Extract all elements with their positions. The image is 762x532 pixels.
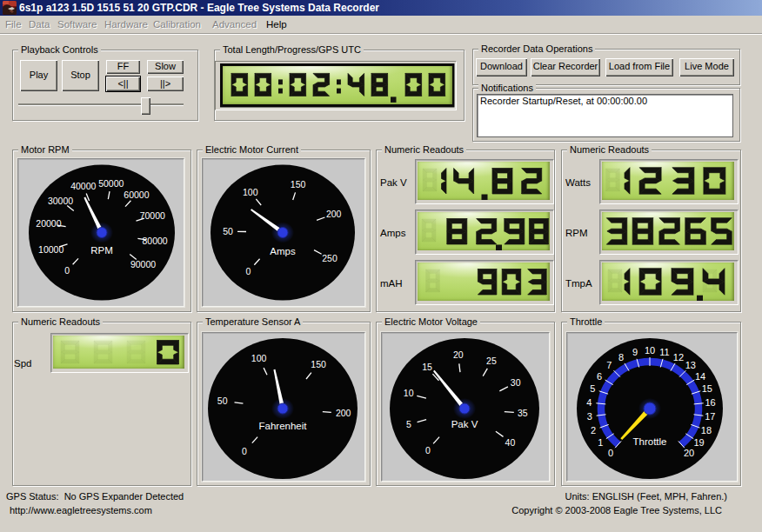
svg-text:5: 5 <box>590 383 595 394</box>
svg-text:200: 200 <box>326 209 342 219</box>
svg-text:100: 100 <box>243 187 258 197</box>
svg-text:11: 11 <box>659 347 669 357</box>
svg-text:7: 7 <box>606 360 612 370</box>
svg-text:10: 10 <box>404 388 414 398</box>
svg-text:0: 0 <box>425 445 431 456</box>
svg-text:50: 50 <box>217 396 228 406</box>
svg-text:16: 16 <box>705 397 715 408</box>
svg-text:1: 1 <box>598 437 603 448</box>
svg-text:19: 19 <box>693 437 704 448</box>
svg-text:150: 150 <box>291 179 306 190</box>
svg-text:60000: 60000 <box>124 190 149 200</box>
svg-text:25: 25 <box>486 356 497 366</box>
svg-text:RPM: RPM <box>90 245 113 256</box>
svg-text:5: 5 <box>406 419 411 429</box>
svg-text:Amps: Amps <box>270 246 296 256</box>
svg-text:9: 9 <box>632 347 638 357</box>
svg-text:14: 14 <box>695 371 705 382</box>
svg-text:10: 10 <box>645 345 655 356</box>
svg-text:13: 13 <box>685 360 696 370</box>
svg-text:12: 12 <box>673 352 684 362</box>
svg-text:4: 4 <box>586 397 592 408</box>
svg-text:0: 0 <box>245 266 251 276</box>
svg-text:3: 3 <box>587 411 592 422</box>
svg-text:Pak V: Pak V <box>451 419 478 429</box>
svg-text:30000: 30000 <box>48 196 73 206</box>
svg-text:90000: 90000 <box>130 259 156 269</box>
svg-text:18: 18 <box>701 425 712 436</box>
svg-text:15: 15 <box>422 362 432 372</box>
svg-text:35: 35 <box>518 408 528 418</box>
svg-text:6: 6 <box>597 371 602 382</box>
svg-text:15: 15 <box>702 383 712 394</box>
svg-text:30: 30 <box>511 377 521 388</box>
svg-text:0: 0 <box>64 265 70 276</box>
svg-text:20: 20 <box>684 448 694 458</box>
svg-text:Throttle: Throttle <box>633 436 667 447</box>
svg-text:200: 200 <box>336 408 351 418</box>
svg-text:40: 40 <box>505 437 516 448</box>
svg-text:40000: 40000 <box>70 181 96 191</box>
svg-text:80000: 80000 <box>142 236 167 246</box>
svg-text:250: 250 <box>322 253 338 263</box>
svg-text:0: 0 <box>242 446 247 456</box>
svg-text:150: 150 <box>311 359 326 369</box>
svg-text:10000: 10000 <box>38 244 64 255</box>
svg-text:50000: 50000 <box>98 178 124 189</box>
svg-text:20000: 20000 <box>36 218 61 229</box>
svg-text:70000: 70000 <box>140 210 165 221</box>
svg-text:100: 100 <box>251 353 267 363</box>
svg-text:50: 50 <box>223 226 233 236</box>
svg-text:Fahrenheit: Fahrenheit <box>259 421 308 431</box>
svg-text:0: 0 <box>608 448 613 458</box>
svg-text:2: 2 <box>591 425 596 436</box>
svg-text:17: 17 <box>705 411 715 422</box>
svg-text:20: 20 <box>453 349 464 360</box>
svg-text:8: 8 <box>618 352 624 362</box>
